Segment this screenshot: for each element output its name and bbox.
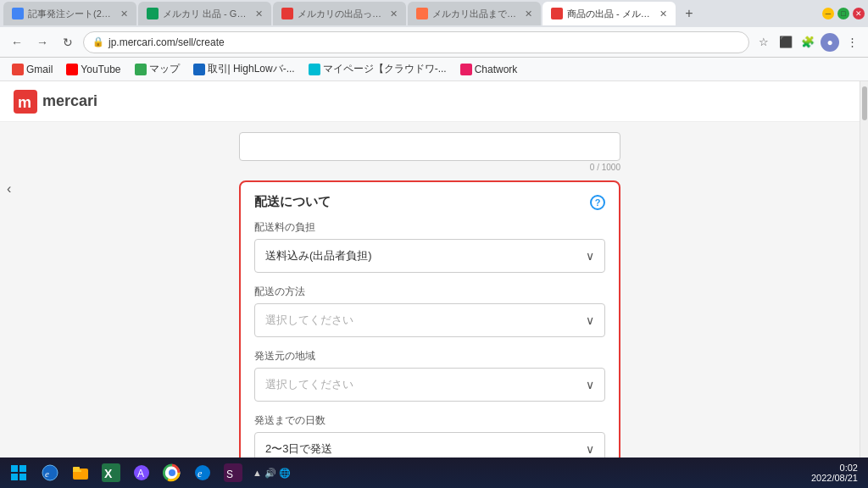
page-wrapper: m mercari ‹ 0 / 1000 配送について ? [0,81,868,458]
tab-1[interactable]: 記事発注シート(2022/08/01-... ✕ [3,2,136,25]
bookmark-star-icon[interactable]: ☆ [754,33,773,52]
taskbar-edge[interactable]: e [188,460,217,485]
description-textarea[interactable] [239,132,620,161]
taskbar-app4[interactable]: A [127,460,156,485]
tab1-favicon [12,8,24,19]
shipping-section-title: 配送について [254,194,331,210]
tab-3[interactable]: メルカリの出品ってどうやるの？初... ✕ [273,2,406,25]
char-count: 0 / 1000 [239,163,620,172]
forward-button[interactable]: → [32,32,53,53]
back-button[interactable]: ← [7,32,27,53]
shipping-days-field: 発送までの日数 2〜3日で発送 ∨ [254,413,605,458]
svg-text:m: m [18,94,31,111]
tab5-favicon [551,8,563,19]
tab3-label: メルカリの出品ってどうやるの？初... [298,8,382,20]
start-button[interactable] [3,460,34,485]
shipping-days-value: 2〜3日で発送 [265,441,332,457]
mercari-header: m mercari [0,81,860,122]
app4-icon: A [132,463,151,482]
tab4-favicon [416,8,428,19]
tab-5-active[interactable]: 商品の出品 - メルカリ ✕ [542,2,676,25]
shipping-fee-chevron: ∨ [586,249,594,263]
bookmark-youtube[interactable]: YouTube [61,62,125,77]
svg-text:S: S [226,469,233,480]
shipping-days-label: 発送までの日数 [254,413,605,428]
extensions-icon[interactable]: 🧩 [798,33,817,52]
tab1-label: 記事発注シート(2022/08/01-... [28,8,113,20]
scroll-thumb[interactable] [862,86,867,120]
bookmarks-bar: Gmail YouTube マップ 取引| HighLowバ-... マイページ… [0,58,868,81]
scrollbar[interactable] [860,81,868,458]
back-arrow[interactable]: ‹ [7,181,11,197]
chatwork-favicon [460,64,472,75]
shipping-help-icon[interactable]: ? [590,195,605,210]
shipping-fee-field: 配送料の負担 送料込み(出品者負担) ∨ [254,220,605,273]
taskbar-clock: 0:02 2022/08/21 [811,463,865,483]
svg-rect-10 [73,467,80,470]
bookmark-gmail-label: Gmail [26,64,53,75]
new-tab-button[interactable]: + [677,2,701,25]
shipping-days-select[interactable]: 2〜3日で発送 ∨ [254,432,605,458]
tab5-close[interactable]: ✕ [656,8,667,19]
tab3-close[interactable]: ✕ [387,8,398,19]
profile-icon[interactable]: ● [821,33,839,52]
svg-point-16 [169,469,175,476]
taskbar-chrome[interactable] [158,460,186,485]
shipping-method-select[interactable]: 選択してください ∨ [254,303,605,337]
windows-icon [10,464,27,481]
clock-time: 0:02 [811,463,858,473]
url-text: jp.mercari.com/sell/create [108,36,225,48]
tab3-favicon [281,8,293,19]
shipping-fee-select[interactable]: 送料込み(出品者負担) ∨ [254,239,605,273]
taskbar-explorer[interactable] [66,460,95,485]
close-window-button[interactable]: ✕ [853,8,865,19]
bookmark-maps[interactable]: マップ [130,60,185,78]
svg-rect-5 [19,474,26,480]
shipping-origin-placeholder: 選択してください [265,377,353,392]
shipping-origin-select[interactable]: 選択してください ∨ [254,368,605,402]
minimize-button[interactable]: ─ [822,8,834,19]
window-controls: ─ □ ✕ [822,8,865,19]
tab-2[interactable]: メルカリ 出品 - Google ドキュ... ✕ [138,2,271,25]
maximize-button[interactable]: □ [837,8,849,19]
shipping-method-field: 配送の方法 選択してください ∨ [254,285,605,337]
tray-icons: ▲ 🔊 🌐 [253,468,291,479]
shipping-origin-label: 発送元の地域 [254,349,605,363]
bookmark-gmail[interactable]: Gmail [7,62,58,77]
svg-rect-2 [11,465,18,472]
taskbar-excel[interactable]: X [97,460,125,485]
description-textarea-wrapper: 0 / 1000 [239,132,620,172]
tab4-close[interactable]: ✕ [521,8,532,19]
trade-favicon [193,64,205,75]
bookmark-youtube-label: YouTube [81,64,120,75]
shipping-method-chevron: ∨ [586,313,594,327]
page-content: m mercari ‹ 0 / 1000 配送について ? [0,81,860,458]
bookmark-mypage[interactable]: マイページ【クラウドワ-... [303,60,452,78]
menu-icon[interactable]: ⋮ [843,33,861,52]
svg-rect-3 [19,465,26,472]
svg-rect-4 [11,474,18,480]
main-scroll-area: 0 / 1000 配送について ? 配送料の負担 送料込み(出品者負担) ∨ [0,122,860,458]
shipping-days-chevron: ∨ [586,442,594,456]
url-bar[interactable]: 🔒 jp.mercari.com/sell/create [83,31,749,53]
gmail-favicon [12,64,24,75]
shipping-fee-label: 配送料の負担 [254,220,605,235]
tab2-label: メルカリ 出品 - Google ドキュ... [163,8,248,20]
slack-icon: S [224,463,242,482]
svg-text:e: e [198,468,203,480]
cast-icon[interactable]: ⬛ [776,33,795,52]
taskbar-ie[interactable]: e [36,460,64,485]
shipping-origin-field: 発送元の地域 選択してください ∨ [254,349,605,402]
tab1-close[interactable]: ✕ [117,8,128,19]
bookmark-trade[interactable]: 取引| HighLowバ-... [188,60,300,78]
system-tray: ▲ 🔊 🌐 [249,468,294,479]
address-bar-row: ← → ↻ 🔒 jp.mercari.com/sell/create ☆ ⬛ 🧩… [0,27,868,58]
mypage-favicon [309,64,320,75]
tab2-close[interactable]: ✕ [252,8,263,19]
tab-4[interactable]: メルカリ出品までの流れ・売り方... ✕ [408,2,541,25]
bookmark-chatwork[interactable]: Chatwork [455,62,523,77]
bookmark-trade-label: 取引| HighLowバ-... [208,62,295,76]
reload-button[interactable]: ↻ [58,32,78,53]
browser-titlebar: 記事発注シート(2022/08/01-... ✕ メルカリ 出品 - Googl… [0,0,868,27]
taskbar-slack[interactable]: S [219,460,248,485]
